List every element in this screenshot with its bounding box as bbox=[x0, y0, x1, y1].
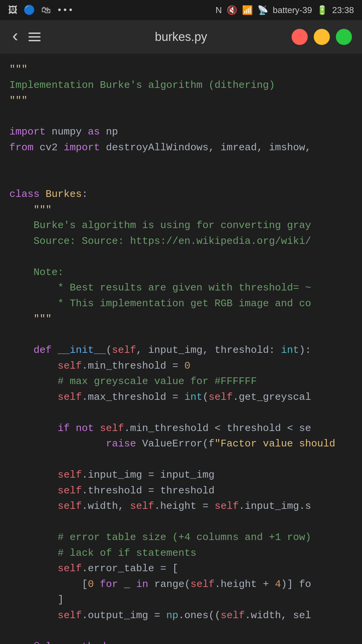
code-width-height: .width, bbox=[82, 500, 130, 512]
close-button[interactable] bbox=[292, 29, 308, 45]
code-output-img: .output_img = bbox=[82, 610, 166, 621]
mute-icon: 🔇 bbox=[227, 5, 237, 15]
code-self-4: self bbox=[208, 391, 233, 403]
code-keyword-if: if bbox=[58, 423, 70, 434]
code-input-img: .input_img = input_img bbox=[82, 469, 215, 481]
code-decorator: @classmethod bbox=[34, 641, 106, 644]
code-num-0b: 0 bbox=[88, 579, 94, 590]
code-self-13: self bbox=[58, 610, 82, 621]
code-docstring-4: * Best results are given with threshold=… bbox=[58, 282, 311, 293]
maximize-button[interactable] bbox=[336, 29, 352, 45]
menu-button[interactable] bbox=[28, 33, 41, 41]
code-self-12: self bbox=[190, 579, 215, 590]
code-line-1: """ bbox=[9, 64, 27, 75]
code-error-table: .error_table = [ bbox=[82, 563, 178, 574]
code-int-call: int bbox=[184, 391, 202, 403]
code-num-4: 4 bbox=[275, 579, 281, 590]
color-icon: 🔵 bbox=[23, 4, 35, 16]
code-self-11: self bbox=[58, 563, 82, 574]
code-error-str: "Factor value should bbox=[215, 438, 335, 449]
code-self-3: self bbox=[58, 391, 82, 403]
code-keyword-from: from bbox=[9, 142, 34, 153]
code-inputimg-s: .input_img.s bbox=[239, 500, 311, 512]
code-docstring-5: * This implementation get RGB image and … bbox=[58, 298, 311, 309]
code-bracket-close: ] bbox=[58, 594, 64, 605]
code-imports: destroyAllWindows, imread, imshow, bbox=[100, 142, 311, 153]
code-keyword-import2: import bbox=[64, 142, 100, 153]
code-self-6: self bbox=[58, 469, 82, 481]
code-keyword-raise: raise bbox=[106, 438, 136, 449]
code-cond1 bbox=[94, 423, 100, 434]
code-keyword-for1: for bbox=[100, 579, 118, 590]
code-type-int1: int bbox=[281, 344, 299, 356]
code-init-close: ): bbox=[299, 344, 311, 356]
minimize-button[interactable] bbox=[314, 29, 330, 45]
code-underscore: _ bbox=[118, 579, 136, 590]
code-docstring-1: Burke's algorithm is using for convertin… bbox=[34, 220, 311, 231]
code-keyword-class: class bbox=[9, 189, 40, 200]
code-ones: .ones(( bbox=[178, 610, 221, 621]
photo-icon: 🖼 bbox=[8, 4, 17, 16]
code-colon-t: : bbox=[269, 344, 281, 356]
code-threshold-var: threshold bbox=[227, 423, 281, 434]
code-min-thresh: .min_threshold = bbox=[82, 360, 184, 372]
code-editor[interactable]: """ Implementation Burke's algorithm (di… bbox=[0, 54, 362, 644]
top-bar: ‹ burkes.py bbox=[0, 20, 362, 54]
code-keyword-def1: def bbox=[34, 344, 52, 356]
code-docstring-open1: """ bbox=[34, 204, 52, 216]
code-for1 bbox=[94, 579, 100, 590]
status-right-info: N 🔇 📶 📡 battery-39 🔋 23:38 bbox=[216, 5, 354, 15]
code-self-10: self bbox=[215, 500, 239, 512]
code-space1 bbox=[70, 423, 76, 434]
code-numpy: numpy bbox=[46, 126, 88, 138]
code-range: range( bbox=[148, 579, 190, 590]
back-button[interactable]: ‹ bbox=[10, 27, 20, 47]
code-keyword-as: as bbox=[88, 126, 100, 138]
code-funcname-init: __init__ bbox=[58, 344, 106, 356]
code-valueerror: ValueError(f bbox=[136, 438, 215, 449]
code-width2: .width, sel bbox=[245, 610, 311, 621]
code-self-8: self bbox=[58, 500, 82, 512]
battery-level: battery-39 bbox=[273, 5, 312, 15]
code-keyword-not: not bbox=[76, 423, 94, 434]
code-comment-1: # max greyscale value for #FFFFFF bbox=[58, 376, 257, 387]
code-self-14: self bbox=[221, 610, 245, 621]
code-self-1: self bbox=[112, 344, 136, 356]
code-get-grey1: ( bbox=[202, 391, 208, 403]
code-threshold-assign: .threshold = bbox=[82, 485, 160, 496]
code-comment-3: # lack of if statements bbox=[58, 547, 196, 559]
code-np: np bbox=[100, 126, 118, 138]
code-range-close: )] fo bbox=[281, 579, 311, 590]
code-height: .height = bbox=[154, 500, 215, 512]
code-init-params2: , input_img, bbox=[136, 344, 215, 356]
bag-icon: 🛍 bbox=[41, 4, 51, 16]
nfc-icon: N bbox=[216, 5, 222, 15]
code-threshold-val: threshold bbox=[160, 485, 215, 496]
signal-icon: 📡 bbox=[257, 5, 268, 15]
menu-line-3 bbox=[28, 40, 41, 41]
status-left-icons: 🖼 🔵 🛍 ••• bbox=[8, 4, 73, 16]
code-line-2: Implementation Burke's algorithm (dither… bbox=[9, 79, 275, 91]
code-comment-2: # error table size (+4 columns and +1 ro… bbox=[58, 532, 311, 543]
code-self-2: self bbox=[58, 360, 82, 372]
code-docstring-3: Note: bbox=[34, 267, 64, 278]
code-threshold-param: threshold bbox=[215, 344, 269, 356]
window-controls bbox=[292, 29, 352, 45]
code-listcomp-open: [ bbox=[82, 579, 88, 590]
code-line-3: """ bbox=[9, 95, 27, 106]
code-init-params: ( bbox=[106, 344, 112, 356]
code-keyword-in1: in bbox=[136, 579, 148, 590]
code-self-7: self bbox=[58, 485, 82, 496]
code-cv2: cv2 bbox=[34, 142, 64, 153]
more-icon: ••• bbox=[57, 5, 73, 15]
menu-line-1 bbox=[28, 33, 41, 34]
status-bar: 🖼 🔵 🛍 ••• N 🔇 📶 📡 battery-39 🔋 23:38 bbox=[0, 0, 362, 20]
wifi-icon: 📶 bbox=[242, 5, 253, 15]
code-colon1: : bbox=[82, 189, 88, 200]
code-np-ones: np bbox=[166, 610, 178, 621]
menu-line-2 bbox=[28, 36, 41, 38]
clock: 23:38 bbox=[332, 5, 354, 15]
code-docstring-2: Source: Source: https://en.wikipedia.org… bbox=[34, 235, 311, 247]
code-max-thresh: .max_threshold = bbox=[82, 391, 184, 403]
code-cond2: .min_threshold < bbox=[124, 423, 227, 434]
